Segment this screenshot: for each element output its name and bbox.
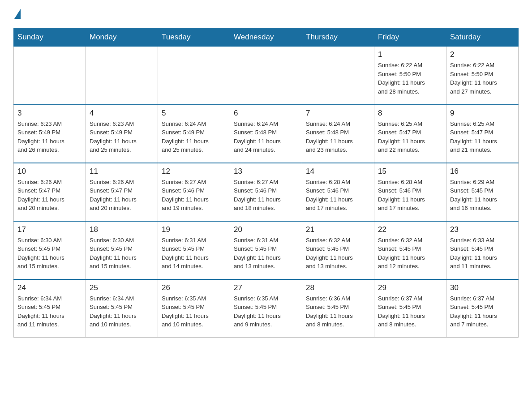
day-info: Sunrise: 6:29 AMSunset: 5:45 PMDaylight:… [450, 178, 515, 213]
day-number: 8 [378, 109, 442, 118]
day-number: 14 [306, 167, 370, 176]
day-number: 12 [162, 167, 226, 176]
calendar-cell: 30Sunrise: 6:37 AMSunset: 5:45 PMDayligh… [446, 279, 519, 338]
calendar-cell: 21Sunrise: 6:32 AMSunset: 5:45 PMDayligh… [302, 221, 374, 279]
calendar-cell: 29Sunrise: 6:37 AMSunset: 5:45 PMDayligh… [374, 279, 446, 338]
day-number: 29 [378, 283, 442, 292]
calendar-week-row: 24Sunrise: 6:34 AMSunset: 5:45 PMDayligh… [14, 279, 519, 338]
day-info: Sunrise: 6:34 AMSunset: 5:45 PMDaylight:… [17, 294, 82, 329]
calendar-cell: 2Sunrise: 6:22 AMSunset: 5:50 PMDaylight… [446, 47, 519, 105]
calendar-cell: 13Sunrise: 6:27 AMSunset: 5:46 PMDayligh… [230, 163, 302, 221]
day-number: 2 [450, 50, 515, 59]
calendar-cell: 22Sunrise: 6:32 AMSunset: 5:45 PMDayligh… [374, 221, 446, 279]
day-number: 1 [378, 50, 442, 59]
day-info: Sunrise: 6:28 AMSunset: 5:46 PMDaylight:… [378, 178, 442, 213]
calendar-cell: 7Sunrise: 6:24 AMSunset: 5:48 PMDaylight… [302, 105, 374, 163]
day-info: Sunrise: 6:23 AMSunset: 5:49 PMDaylight:… [17, 120, 82, 154]
day-info: Sunrise: 6:32 AMSunset: 5:45 PMDaylight:… [306, 236, 370, 271]
day-number: 20 [234, 225, 298, 234]
calendar-cell: 25Sunrise: 6:34 AMSunset: 5:45 PMDayligh… [86, 279, 158, 338]
day-info: Sunrise: 6:24 AMSunset: 5:48 PMDaylight:… [306, 120, 370, 154]
calendar-table: SundayMondayTuesdayWednesdayThursdayFrid… [13, 28, 519, 338]
calendar-cell: 20Sunrise: 6:31 AMSunset: 5:45 PMDayligh… [230, 221, 302, 279]
weekday-header-tuesday: Tuesday [158, 28, 230, 47]
weekday-header-sunday: Sunday [14, 28, 86, 47]
calendar-cell: 28Sunrise: 6:36 AMSunset: 5:45 PMDayligh… [302, 279, 374, 338]
day-number: 13 [234, 167, 298, 176]
weekday-header-friday: Friday [374, 28, 446, 47]
calendar-cell: 16Sunrise: 6:29 AMSunset: 5:45 PMDayligh… [446, 163, 519, 221]
calendar-cell: 27Sunrise: 6:35 AMSunset: 5:45 PMDayligh… [230, 279, 302, 338]
day-info: Sunrise: 6:35 AMSunset: 5:45 PMDaylight:… [234, 294, 298, 329]
day-number: 11 [90, 167, 154, 176]
day-info: Sunrise: 6:33 AMSunset: 5:45 PMDaylight:… [450, 236, 515, 271]
day-info: Sunrise: 6:22 AMSunset: 5:50 PMDaylight:… [378, 61, 442, 96]
day-number: 5 [162, 109, 226, 118]
day-info: Sunrise: 6:30 AMSunset: 5:45 PMDaylight:… [90, 236, 154, 271]
day-info: Sunrise: 6:22 AMSunset: 5:50 PMDaylight:… [450, 61, 515, 96]
day-number: 4 [90, 109, 154, 118]
day-number: 30 [450, 283, 515, 292]
day-info: Sunrise: 6:34 AMSunset: 5:45 PMDaylight:… [90, 294, 154, 329]
calendar-week-row: 3Sunrise: 6:23 AMSunset: 5:49 PMDaylight… [14, 105, 519, 163]
logo-triangle-icon [14, 9, 21, 19]
day-info: Sunrise: 6:23 AMSunset: 5:49 PMDaylight:… [90, 120, 154, 154]
calendar-cell: 14Sunrise: 6:28 AMSunset: 5:46 PMDayligh… [302, 163, 374, 221]
day-info: Sunrise: 6:25 AMSunset: 5:47 PMDaylight:… [378, 120, 442, 154]
day-number: 19 [162, 225, 226, 234]
day-info: Sunrise: 6:26 AMSunset: 5:47 PMDaylight:… [90, 178, 154, 213]
calendar-week-row: 17Sunrise: 6:30 AMSunset: 5:45 PMDayligh… [14, 221, 519, 279]
calendar-cell: 19Sunrise: 6:31 AMSunset: 5:45 PMDayligh… [158, 221, 230, 279]
day-number: 15 [378, 167, 442, 176]
day-number: 10 [17, 167, 82, 176]
day-number: 25 [90, 283, 154, 292]
day-number: 26 [162, 283, 226, 292]
calendar-cell: 4Sunrise: 6:23 AMSunset: 5:49 PMDaylight… [86, 105, 158, 163]
calendar-cell [86, 47, 158, 105]
calendar-cell [14, 47, 86, 105]
day-number: 21 [306, 225, 370, 234]
day-number: 6 [234, 109, 298, 118]
day-number: 18 [90, 225, 154, 234]
calendar-cell: 6Sunrise: 6:24 AMSunset: 5:48 PMDaylight… [230, 105, 302, 163]
calendar-week-row: 1Sunrise: 6:22 AMSunset: 5:50 PMDaylight… [14, 47, 519, 105]
day-number: 7 [306, 109, 370, 118]
weekday-header-wednesday: Wednesday [230, 28, 302, 47]
weekday-header-row: SundayMondayTuesdayWednesdayThursdayFrid… [14, 28, 519, 47]
calendar-cell: 15Sunrise: 6:28 AMSunset: 5:46 PMDayligh… [374, 163, 446, 221]
day-info: Sunrise: 6:31 AMSunset: 5:45 PMDaylight:… [162, 236, 226, 271]
calendar-cell: 3Sunrise: 6:23 AMSunset: 5:49 PMDaylight… [14, 105, 86, 163]
day-number: 24 [17, 283, 82, 292]
day-number: 3 [17, 109, 82, 118]
day-info: Sunrise: 6:36 AMSunset: 5:45 PMDaylight:… [306, 294, 370, 329]
calendar-cell [158, 47, 230, 105]
day-number: 22 [378, 225, 442, 234]
day-info: Sunrise: 6:30 AMSunset: 5:45 PMDaylight:… [17, 236, 82, 271]
logo [13, 9, 21, 19]
day-info: Sunrise: 6:28 AMSunset: 5:46 PMDaylight:… [306, 178, 370, 213]
weekday-header-saturday: Saturday [446, 28, 519, 47]
day-info: Sunrise: 6:25 AMSunset: 5:47 PMDaylight:… [450, 120, 515, 154]
calendar-cell: 12Sunrise: 6:27 AMSunset: 5:46 PMDayligh… [158, 163, 230, 221]
calendar-cell: 10Sunrise: 6:26 AMSunset: 5:47 PMDayligh… [14, 163, 86, 221]
day-info: Sunrise: 6:37 AMSunset: 5:45 PMDaylight:… [450, 294, 515, 329]
day-info: Sunrise: 6:24 AMSunset: 5:49 PMDaylight:… [162, 120, 226, 154]
day-info: Sunrise: 6:24 AMSunset: 5:48 PMDaylight:… [234, 120, 298, 154]
calendar-cell: 1Sunrise: 6:22 AMSunset: 5:50 PMDaylight… [374, 47, 446, 105]
day-number: 16 [450, 167, 515, 176]
weekday-header-thursday: Thursday [302, 28, 374, 47]
calendar-cell: 8Sunrise: 6:25 AMSunset: 5:47 PMDaylight… [374, 105, 446, 163]
calendar-cell: 18Sunrise: 6:30 AMSunset: 5:45 PMDayligh… [86, 221, 158, 279]
day-info: Sunrise: 6:26 AMSunset: 5:47 PMDaylight:… [17, 178, 82, 213]
page-header [13, 9, 519, 19]
day-number: 9 [450, 109, 515, 118]
day-info: Sunrise: 6:31 AMSunset: 5:45 PMDaylight:… [234, 236, 298, 271]
day-info: Sunrise: 6:27 AMSunset: 5:46 PMDaylight:… [234, 178, 298, 213]
day-info: Sunrise: 6:35 AMSunset: 5:45 PMDaylight:… [162, 294, 226, 329]
calendar-cell: 24Sunrise: 6:34 AMSunset: 5:45 PMDayligh… [14, 279, 86, 338]
day-info: Sunrise: 6:27 AMSunset: 5:46 PMDaylight:… [162, 178, 226, 213]
calendar-cell: 11Sunrise: 6:26 AMSunset: 5:47 PMDayligh… [86, 163, 158, 221]
calendar-cell [302, 47, 374, 105]
calendar-cell: 5Sunrise: 6:24 AMSunset: 5:49 PMDaylight… [158, 105, 230, 163]
day-number: 27 [234, 283, 298, 292]
